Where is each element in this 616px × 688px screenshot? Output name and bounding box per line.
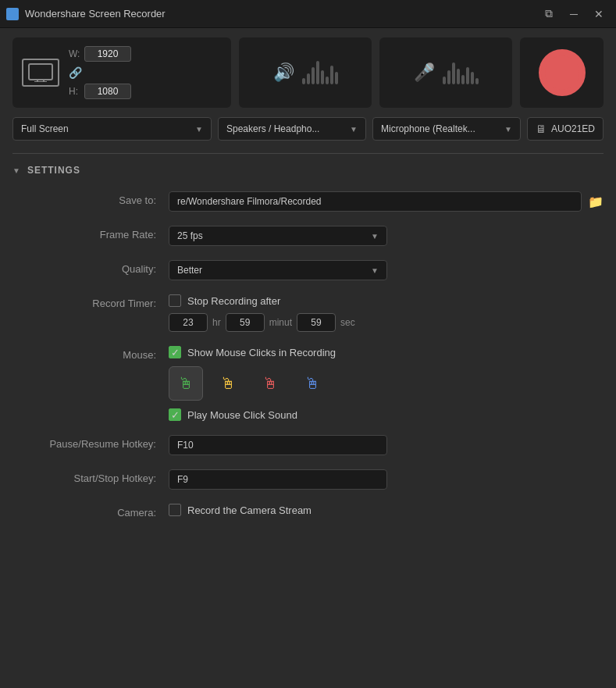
timer-min-input[interactable] xyxy=(226,313,265,332)
start-stop-hotkey-control xyxy=(169,469,604,490)
frame-rate-value: 25 fps xyxy=(177,230,203,241)
mouse-icons-row: 🖱 🖱 🖱 🖱 xyxy=(169,366,604,401)
width-row: W: xyxy=(69,46,131,62)
chevron-down-icon: ▼ xyxy=(504,125,512,134)
monitor-label: AUO21ED xyxy=(551,123,595,134)
mic-bars xyxy=(443,61,479,84)
start-stop-hotkey-row: Start/Stop Hotkey: xyxy=(12,469,604,490)
mouse-style-4-button[interactable]: 🖱 xyxy=(295,366,329,401)
chevron-down-icon: ▼ xyxy=(350,125,358,134)
mouse-style-1-button[interactable]: 🖱 xyxy=(169,366,203,401)
camera-row: Camera: Record the Camera Stream xyxy=(12,504,604,519)
show-mouse-checkbox[interactable]: ✓ xyxy=(169,346,181,358)
title-bar-controls: ⧉ ─ ✕ xyxy=(538,3,610,25)
mouse-row: Mouse: ✓ Show Mouse Clicks in Recording … xyxy=(12,346,604,421)
height-label: H: xyxy=(69,86,80,97)
record-timer-control: Stop Recording after hr minut sec xyxy=(169,294,604,332)
title-bar: Wondershare Screen Recorder ⧉ ─ ✕ xyxy=(0,0,616,28)
timer-sec-unit: sec xyxy=(340,317,355,328)
start-stop-hotkey-input[interactable] xyxy=(169,469,387,490)
minimize-button[interactable]: ─ xyxy=(563,3,585,25)
chevron-down-icon: ▼ xyxy=(371,232,379,241)
mouse-style-2-button[interactable]: 🖱 xyxy=(211,366,245,401)
play-mouse-click-checkbox[interactable]: ✓ xyxy=(169,408,181,421)
timer-min-unit: minut xyxy=(269,317,292,328)
play-mouse-click-row: ✓ Play Mouse Click Sound xyxy=(169,408,604,421)
record-camera-checkbox[interactable] xyxy=(169,504,181,516)
app-icon xyxy=(6,8,19,20)
quality-row: Quality: Better ▼ xyxy=(12,260,604,280)
mouse-label: Mouse: xyxy=(12,346,169,361)
speakers-dropdown[interactable]: Speakers / Headpho... ▼ xyxy=(218,117,366,141)
width-label: W: xyxy=(69,48,80,59)
width-input[interactable] xyxy=(84,46,131,62)
chevron-down-icon: ▼ xyxy=(195,125,203,134)
show-mouse-label: Show Mouse Clicks in Recording xyxy=(187,347,336,358)
app-title: Wondershare Screen Recorder xyxy=(25,8,166,20)
save-path: re/Wondershare Filmora/Recorded xyxy=(169,191,582,212)
save-to-control: re/Wondershare Filmora/Recorded 📁 xyxy=(169,191,604,212)
pause-hotkey-input[interactable] xyxy=(169,435,387,455)
link-icon: 🔗 xyxy=(69,66,82,79)
height-row: H: xyxy=(69,84,131,99)
title-bar-left: Wondershare Screen Recorder xyxy=(6,8,166,20)
mic-area: 🎤 xyxy=(379,37,512,108)
audio-bars xyxy=(302,61,338,84)
top-controls: W: 🔗 H: 🔊 🎤 xyxy=(12,37,604,108)
record-btn-area xyxy=(520,37,604,108)
mouse-control: ✓ Show Mouse Clicks in Recording 🖱 🖱 🖱 🖱 xyxy=(169,346,604,421)
pause-hotkey-control xyxy=(169,435,604,455)
collapse-icon: ▼ xyxy=(12,166,21,175)
fullscreen-dropdown[interactable]: Full Screen ▼ xyxy=(12,117,212,141)
link-row: 🔗 xyxy=(69,66,131,79)
mic-dropdown[interactable]: Microphone (Realtek... ▼ xyxy=(372,117,521,141)
speakers-label: Speakers / Headpho... xyxy=(226,123,319,134)
camera-control: Record the Camera Stream xyxy=(169,504,604,516)
folder-button[interactable]: 📁 xyxy=(588,194,604,209)
record-camera-row: Record the Camera Stream xyxy=(169,504,604,516)
close-button[interactable]: ✕ xyxy=(588,3,610,25)
mouse-cursor-green-icon: 🖱 xyxy=(178,375,194,393)
record-timer-row: Record Timer: Stop Recording after hr mi… xyxy=(12,294,604,332)
play-mouse-click-label: Play Mouse Click Sound xyxy=(187,409,297,421)
pause-hotkey-row: Pause/Resume Hotkey: xyxy=(12,435,604,455)
quality-value: Better xyxy=(177,265,202,276)
audio-area: 🔊 xyxy=(239,37,372,108)
main-content: W: 🔗 H: 🔊 🎤 xyxy=(0,28,616,542)
mouse-cursor-red-icon: 🖱 xyxy=(262,375,278,393)
show-mouse-row: ✓ Show Mouse Clicks in Recording xyxy=(169,346,604,358)
settings-header[interactable]: ▼ SETTINGS xyxy=(12,165,604,176)
mouse-style-3-button[interactable]: 🖱 xyxy=(253,366,287,401)
speaker-icon: 🔊 xyxy=(273,62,294,83)
quality-label: Quality: xyxy=(12,260,169,275)
timer-hr-input[interactable] xyxy=(169,313,208,332)
stop-recording-label: Stop Recording after xyxy=(187,295,280,307)
timer-sec-input[interactable] xyxy=(297,313,336,332)
restore-button[interactable]: ⧉ xyxy=(538,3,560,25)
screen-icon xyxy=(22,59,59,87)
frame-rate-dropdown[interactable]: 25 fps ▼ xyxy=(169,226,387,246)
height-input[interactable] xyxy=(84,84,131,99)
record-timer-label: Record Timer: xyxy=(12,294,169,309)
monitor-dropdown[interactable]: 🖥 AUO21ED xyxy=(527,117,604,141)
mic-label: Microphone (Realtek... xyxy=(381,123,475,134)
mouse-cursor-yellow-icon: 🖱 xyxy=(220,375,236,393)
fullscreen-label: Full Screen xyxy=(21,123,69,134)
mic-icon: 🎤 xyxy=(414,62,435,83)
record-button[interactable] xyxy=(539,49,586,96)
dropdowns-row: Full Screen ▼ Speakers / Headpho... ▼ Mi… xyxy=(12,117,604,141)
svg-rect-0 xyxy=(29,64,52,80)
stop-recording-checkbox[interactable] xyxy=(169,294,181,307)
frame-rate-label: Frame Rate: xyxy=(12,226,169,241)
record-btn-inner xyxy=(545,55,579,90)
camera-label: Camera: xyxy=(12,504,169,519)
quality-dropdown[interactable]: Better ▼ xyxy=(169,260,387,280)
quality-control: Better ▼ xyxy=(169,260,604,280)
timer-hr-unit: hr xyxy=(212,317,221,328)
screen-area: W: 🔗 H: xyxy=(12,37,231,108)
stop-recording-row: Stop Recording after xyxy=(169,294,604,307)
frame-rate-control: 25 fps ▼ xyxy=(169,226,604,246)
mouse-cursor-blue-icon: 🖱 xyxy=(304,375,320,393)
record-camera-label: Record the Camera Stream xyxy=(187,504,312,516)
timer-inputs: hr minut sec xyxy=(169,313,604,332)
